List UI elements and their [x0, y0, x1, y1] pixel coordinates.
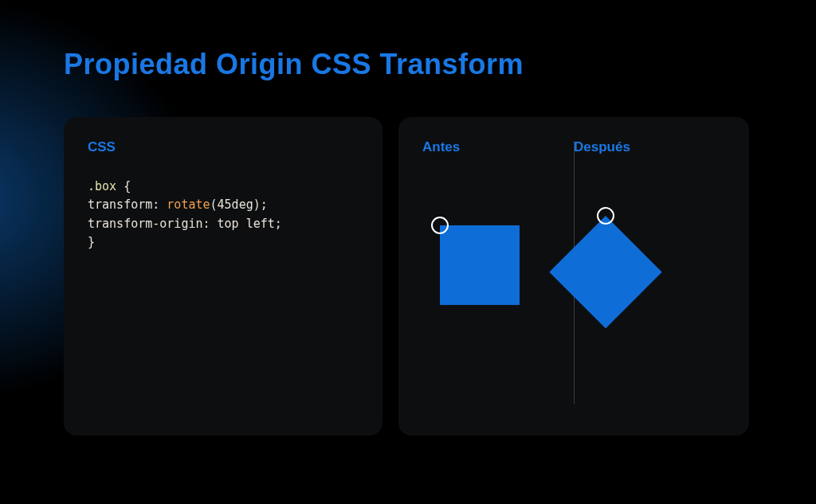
code-colon-2: :: [203, 217, 210, 231]
code-open-brace: {: [124, 179, 131, 193]
code-space: [116, 179, 124, 193]
panels-row: CSS .box { transform: rotate(45deg); tra…: [64, 117, 752, 436]
code-val-topleft: top left: [218, 217, 275, 231]
after-stage: [574, 178, 725, 413]
page-title: Propiedad Origin CSS Transform: [64, 48, 752, 81]
code-colon-1: :: [152, 197, 159, 212]
code-open-paren: (: [210, 197, 218, 212]
code-semi-1: ;: [261, 197, 268, 212]
after-label: Después: [574, 139, 725, 155]
code-close-brace: }: [88, 235, 95, 249]
code-close-paren: ): [253, 197, 261, 212]
before-label: Antes: [422, 139, 574, 155]
origin-marker-icon: [431, 217, 449, 234]
before-half: Antes: [422, 139, 574, 413]
code-prop-origin: transform-origin: [88, 217, 203, 231]
square-before: [440, 225, 520, 305]
code-panel-label: CSS: [88, 139, 359, 155]
code-func-rotate: rotate: [167, 197, 210, 212]
code-prop-transform: transform: [88, 197, 152, 212]
code-selector: .box: [88, 179, 116, 193]
before-stage: [422, 178, 574, 413]
visual-panel: Antes Después: [398, 117, 749, 436]
code-semi-2: ;: [275, 217, 282, 231]
code-space-1: [159, 197, 167, 212]
code-space-2: [210, 217, 218, 231]
code-panel: CSS .box { transform: rotate(45deg); tra…: [64, 117, 382, 436]
code-arg-45deg: 45deg: [218, 197, 253, 212]
code-block: .box { transform: rotate(45deg); transfo…: [88, 178, 359, 252]
after-half: Después: [574, 139, 725, 413]
origin-marker-icon: [597, 207, 614, 225]
